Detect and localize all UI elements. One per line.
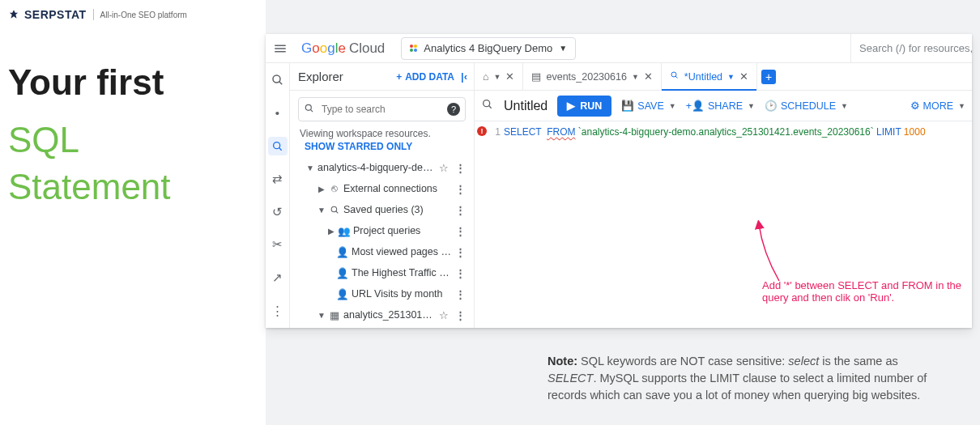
serpstat-logo: SERPSTAT — [8, 8, 87, 21]
help-icon[interactable]: ? — [447, 103, 460, 116]
note-text-1: SQL keywords are NOT case sensitive: — [577, 355, 788, 368]
project-picker-icon — [410, 45, 417, 52]
explorer-search-input[interactable] — [322, 104, 442, 115]
magnifier-icon — [327, 205, 342, 215]
note-text-2: is the same as — [819, 355, 898, 368]
article-side-panel: SERPSTAT All-in-One SEO platform Your fi… — [0, 0, 266, 425]
chevron-down-icon: ▼ — [632, 73, 639, 81]
rail-history-icon[interactable]: ↺ — [268, 203, 288, 222]
tree-project-queries-label[interactable]: Project queries — [352, 225, 452, 236]
explorer-title: Explorer — [298, 70, 343, 83]
explorer-search[interactable]: ? — [298, 97, 466, 121]
kebab-icon[interactable]: ⋮ — [452, 267, 469, 279]
tree-saved-queries-label[interactable]: Saved queries (3) — [342, 204, 452, 215]
tree-project-queries[interactable]: ▶ 👥 Project queries ⋮ — [293, 220, 471, 241]
tree-project[interactable]: ▼ analytics-4-bigquery-demo ☆ ⋮ — [293, 157, 471, 178]
chevron-down-icon[interactable]: ▼ — [305, 164, 316, 172]
tab-events[interactable]: ▤ events_20230616 ▼ ✕ — [523, 63, 661, 90]
rail-settings-icon[interactable]: ⋮ — [268, 301, 288, 320]
person-icon: 👤 — [335, 267, 350, 279]
sql-code[interactable]: SELECT FROM `analytics-4-bigquery-demo.a… — [504, 125, 926, 138]
share-button[interactable]: +👤SHARE▼ — [686, 100, 755, 112]
chevron-down-icon[interactable]: ▼ — [316, 206, 327, 215]
tree-ext-conn[interactable]: ▶ ⎋ External connections ⋮ — [293, 178, 471, 199]
explorer-panel: Explorer + ADD DATA |‹ ? — [290, 63, 475, 328]
note-text-3: . MySQL supports the LIMIT clause to sel… — [548, 372, 927, 402]
tree-dataset-label[interactable]: analytics_251301421 — [342, 309, 436, 321]
tree-table[interactable]: ▤ events_ (174) ☆ ⋮ — [293, 325, 471, 328]
star-icon[interactable]: ☆ — [436, 309, 452, 321]
headline-line1: Your first — [8, 63, 258, 102]
plus-icon: + — [396, 71, 402, 83]
brand-tagline: All-in-One SEO platform — [100, 11, 187, 19]
tree-query-1[interactable]: 👤 Most viewed pages by Page ... ⋮ — [293, 241, 471, 262]
show-starred-button[interactable]: SHOW STARRED ONLY — [290, 139, 474, 157]
connection-icon: ⎋ — [327, 183, 342, 194]
explorer-header: Explorer + ADD DATA |‹ — [290, 63, 474, 91]
schedule-button[interactable]: 🕑SCHEDULE▼ — [765, 100, 848, 112]
tab-home[interactable]: ⌂ ▼ ✕ — [475, 63, 523, 90]
chevron-down-icon[interactable]: ▼ — [316, 311, 327, 320]
kebab-icon[interactable]: ⋮ — [452, 309, 469, 321]
tree-saved-queries[interactable]: ▼ Saved queries (3) ⋮ — [293, 199, 471, 220]
kebab-icon[interactable]: ⋮ — [452, 288, 469, 300]
close-icon[interactable]: ✕ — [644, 70, 653, 83]
kw-from: FROM — [547, 126, 575, 138]
tree-query-2[interactable]: 👤 The Highest Traffic URL ⋮ — [293, 262, 471, 283]
rail-scheduled-icon[interactable]: ✂ — [268, 236, 288, 254]
headline-line2b: Statement — [8, 164, 258, 210]
explorer-tree: ▼ analytics-4-bigquery-demo ☆ ⋮ ▶ ⎋ Exte… — [290, 157, 474, 328]
note-em-2: SELECT — [548, 372, 593, 385]
tree-query-1-label[interactable]: Most viewed pages by Page ... — [350, 246, 452, 257]
dataset-icon: ▦ — [327, 309, 342, 321]
star-icon[interactable]: ☆ — [436, 162, 452, 174]
line-number: 1 — [489, 125, 504, 138]
tree-dataset[interactable]: ▼ ▦ analytics_251301421 ☆ ⋮ — [293, 304, 471, 325]
people-icon: 👥 — [337, 225, 352, 237]
chevron-right-icon[interactable]: ▶ — [316, 185, 327, 193]
project-picker[interactable]: Analytics 4 BigQuery Demo ▼ — [401, 37, 576, 60]
kebab-icon[interactable]: ⋮ — [452, 246, 469, 258]
collapse-explorer-icon[interactable]: |‹ — [461, 70, 467, 83]
tree-query-2-label[interactable]: The Highest Traffic URL — [350, 267, 452, 278]
editor-tabs: ⌂ ▼ ✕ ▤ events_20230616 ▼ ✕ *Un — [475, 63, 972, 91]
tree-query-3[interactable]: 👤 URL Visits by month ⋮ — [293, 283, 471, 304]
brand-bar: SERPSTAT All-in-One SEO platform — [0, 0, 266, 24]
project-picker-label: Analytics 4 BigQuery Demo — [424, 42, 552, 54]
new-tab-button[interactable]: + — [757, 63, 780, 90]
kebab-icon[interactable]: ⋮ — [452, 204, 469, 216]
clock-icon: 🕑 — [765, 100, 778, 112]
gcloud-content: • ⇄ ↺ ✂ ↗ ⋮ Explorer + ADD DATA |‹ — [266, 63, 972, 328]
rail-bigquery-icon[interactable] — [268, 71, 288, 90]
kebab-icon[interactable]: ⋮ — [452, 225, 469, 237]
magnifier-icon[interactable] — [481, 98, 494, 113]
rail-reservation-icon[interactable]: ↗ — [268, 269, 288, 287]
global-search[interactable]: Search (/) for resources, do — [850, 34, 972, 63]
explorer-hint: Viewing workspace resources. — [290, 125, 474, 139]
chevron-right-icon[interactable]: ▶ — [326, 227, 337, 236]
kebab-icon[interactable]: ⋮ — [452, 183, 469, 195]
rail-search-icon[interactable] — [268, 137, 288, 155]
tree-ext-conn-label[interactable]: External connections — [342, 183, 452, 194]
close-icon[interactable]: ✕ — [739, 70, 748, 83]
sql-editor[interactable]: ! 1 SELECT FROM `analytics-4-bigquery-de… — [475, 121, 972, 141]
tree-project-label[interactable]: analytics-4-bigquery-demo — [316, 162, 436, 173]
add-data-button[interactable]: + ADD DATA — [396, 71, 454, 83]
rail-transfer-icon[interactable]: ⇄ — [268, 170, 288, 189]
more-button[interactable]: ⚙MORE▼ — [910, 100, 965, 112]
home-icon: ⌂ — [483, 71, 489, 83]
google-cloud-logo[interactable]: Google Cloud — [295, 40, 391, 57]
tab-events-label: events_20230616 — [546, 71, 626, 83]
chevron-down-icon: ▼ — [559, 44, 567, 53]
gear-icon: ⚙ — [910, 100, 920, 112]
tab-untitled[interactable]: *Untitled ▼ ✕ — [662, 63, 757, 90]
nav-menu-icon[interactable] — [266, 41, 295, 56]
rail-dot-icon[interactable]: • — [268, 104, 288, 123]
tree-query-3-label[interactable]: URL Visits by month — [350, 288, 452, 300]
limit-val: 1000 — [904, 126, 926, 138]
kebab-icon[interactable]: ⋮ — [452, 162, 469, 174]
run-button[interactable]: ▶ RUN — [557, 96, 611, 117]
save-button[interactable]: 💾SAVE▼ — [621, 100, 675, 112]
article-note: Note: SQL keywords are NOT case sensitiv… — [548, 353, 940, 404]
close-icon[interactable]: ✕ — [505, 70, 514, 83]
